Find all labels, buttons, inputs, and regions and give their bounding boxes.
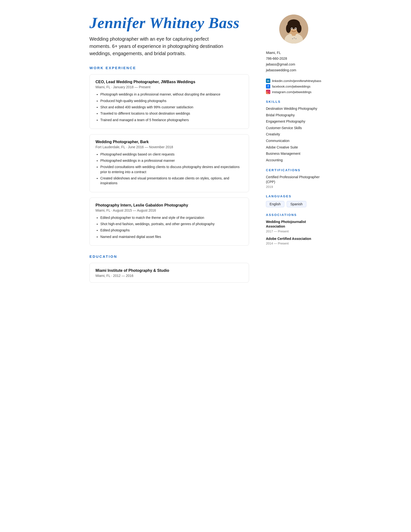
skill-item: Adobe Creative Suite	[266, 145, 322, 150]
left-column: Jennifer Whitney Bass Wedding photograph…	[89, 15, 259, 517]
svg-point-10	[291, 28, 292, 29]
skills-section-header: SKILLS	[266, 100, 322, 104]
bullet: Traveled to different locations to shoot…	[100, 111, 243, 116]
avatar-wrap	[266, 15, 322, 44]
contact-email: jwbass@gmail.com	[266, 62, 322, 67]
certifications-list: Certified Professional Photographer (CPP…	[266, 175, 322, 188]
job-bullets-3: Edited photographer to match the theme a…	[95, 215, 243, 239]
avatar-image	[279, 15, 308, 44]
language-badge-spanish: Spanish	[287, 201, 306, 207]
candidate-tagline: Wedding photographer with an eye for cap…	[89, 35, 225, 57]
cert-year: 2019	[266, 185, 322, 189]
candidate-name: Jennifer Whitney Bass	[89, 15, 249, 31]
job-card-2: Wedding Photographer, Bark Fort Lauderda…	[89, 134, 249, 192]
skill-item: Accounting	[266, 158, 322, 163]
instagram-item: ◯ instagram.com/jwbweddings	[266, 90, 322, 94]
svg-rect-7	[288, 23, 300, 28]
job-card-1: CEO, Lead Wedding Photographer, JWBass W…	[89, 74, 249, 129]
linkedin-icon: in	[266, 79, 270, 83]
instagram-link: instagram.com/jwbweddings	[272, 90, 311, 94]
job-title-3: Photography Intern, Leslie Gabaldon Phot…	[95, 203, 243, 208]
skill-item: Engagement Photography	[266, 119, 322, 124]
bullet: Shot high-end fashion, weddings, portrai…	[100, 221, 243, 226]
job-bullets-1: Photograph weddings in a professional ma…	[95, 92, 243, 122]
edu-meta-1: Miami, FL · 2012 — 2016	[95, 274, 243, 278]
bullet: Produced high-quality wedding photograph…	[100, 98, 243, 103]
right-column: Miami, FL 786-660-2028 jwbass@gmail.com …	[259, 15, 322, 517]
contact-location: Miami, FL	[266, 50, 322, 55]
job-meta-2: Fort Lauderdale, FL · June 2016 — Novemb…	[95, 145, 243, 149]
skill-item: Creativity	[266, 132, 322, 137]
edu-card-1: Miami Institute of Photography & Studio …	[89, 263, 249, 283]
edu-title-1: Miami Institute of Photography & Studio	[95, 268, 243, 273]
assoc-year-1: 2017 — Present	[266, 229, 322, 233]
bullet: Named and maintained digital asset files	[100, 234, 243, 239]
svg-point-12	[292, 38, 293, 39]
job-meta-3: Miami, FL · August 2015 — August 2016	[95, 209, 243, 212]
resume-wrapper: Jennifer Whitney Bass Wedding photograph…	[89, 0, 322, 532]
cert-name: Certified Professional Photographer (CPP…	[266, 175, 322, 184]
job-title-2: Wedding Photographer, Bark	[95, 140, 243, 144]
skills-list: Destination Wedding Photography Bridal P…	[266, 106, 322, 162]
contact-website: jwbasswedding.com	[266, 68, 322, 73]
bullet: Photographed weddings in a professional …	[100, 158, 243, 163]
avatar	[279, 15, 308, 44]
contact-phone: 786-660-2028	[266, 56, 322, 61]
linkedin-item: in linkedin.com/in/jenniferwhitneybass	[266, 79, 322, 83]
education-section-header: EDUCATION	[89, 254, 249, 258]
associations-list: Wedding Photojournalist Association 2017…	[266, 219, 322, 246]
bullet: Photographed weddings based on client re…	[100, 152, 243, 157]
bullet: Edited photographer to match the theme a…	[100, 215, 243, 220]
languages-section-header: LANGUAGES	[266, 194, 322, 198]
work-experience-section-header: WORK EXPERIENCE	[89, 66, 249, 70]
instagram-icon: ◯	[266, 90, 270, 94]
bullet: Photograph weddings in a professional ma…	[100, 92, 243, 97]
svg-point-14	[295, 38, 296, 39]
linkedin-link: linkedin.com/in/jenniferwhitneybass	[272, 79, 321, 83]
assoc-name-1: Wedding Photojournalist Association	[266, 219, 322, 229]
facebook-icon: f	[266, 84, 270, 88]
skill-item: Destination Wedding Photography	[266, 106, 322, 111]
job-title-1: CEO, Lead Wedding Photographer, JWBass W…	[95, 80, 243, 84]
job-bullets-2: Photographed weddings based on client re…	[95, 152, 243, 186]
certifications-section-header: CERTIFICATIONS	[266, 168, 322, 172]
contact-block: Miami, FL 786-660-2028 jwbass@gmail.com …	[266, 50, 322, 73]
assoc-name-2: Adobe Certified Association	[266, 237, 322, 241]
facebook-link: facebook.com/jwbweddings	[272, 85, 310, 88]
assoc-year-2: 2014 — Present	[266, 242, 322, 245]
skill-item: Bridal Photography	[266, 113, 322, 118]
bullet: Provided consultations with wedding clie…	[100, 164, 243, 174]
bullet: Shot and edited 400 weddings with 99% cu…	[100, 105, 243, 110]
facebook-item: f facebook.com/jwbweddings	[266, 84, 322, 88]
social-block: in linkedin.com/in/jenniferwhitneybass f…	[266, 79, 322, 94]
job-card-3: Photography Intern, Leslie Gabaldon Phot…	[89, 198, 249, 246]
languages-list: English Spanish	[266, 201, 322, 207]
skill-item: Communication	[266, 139, 322, 143]
svg-point-11	[295, 28, 296, 29]
bullet: Created slideshows and visual presentati…	[100, 176, 243, 186]
associations-section-header: ASSOCIATIONS	[266, 213, 322, 217]
bullet: Edited photographs	[100, 228, 243, 233]
bullet: Trained and managed a team of 5 freelanc…	[100, 117, 243, 122]
language-badge-english: English	[266, 201, 284, 207]
job-meta-1: Miami, FL · January 2018 — Present	[95, 85, 243, 89]
skill-item: Business Management	[266, 151, 322, 156]
svg-point-13	[294, 38, 295, 38]
skill-item: Customer-Service Skills	[266, 126, 322, 131]
